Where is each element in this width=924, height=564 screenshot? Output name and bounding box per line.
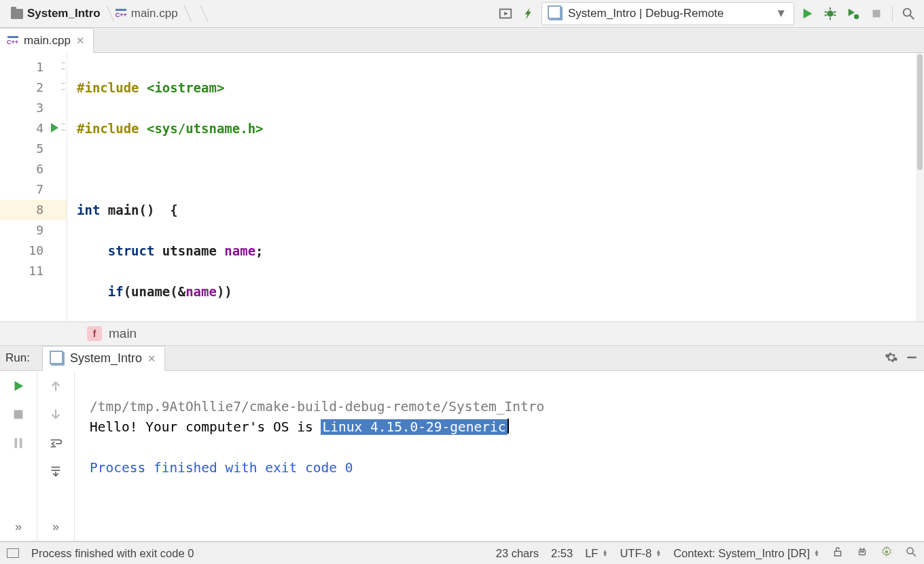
line-number: 8 [36, 202, 43, 217]
svg-marker-1 [504, 12, 508, 16]
code-token: name [185, 284, 217, 299]
debug-button[interactable] [820, 3, 840, 24]
cpp-file-icon: C++ [7, 36, 18, 46]
line-number: 2 [36, 80, 43, 94]
svg-marker-10 [849, 9, 855, 16]
console-line: Process finished with exit code 0 [90, 460, 353, 476]
close-tab-icon[interactable]: ✕ [147, 353, 156, 365]
down-stack-button[interactable] [48, 406, 64, 423]
line-number: 3 [36, 101, 43, 115]
svg-point-30 [863, 551, 864, 552]
code-token: struct [77, 243, 154, 258]
code-token: <iostream> [147, 80, 224, 95]
stop-button[interactable] [866, 3, 887, 24]
status-message: Process finished with exit code 0 [31, 547, 194, 560]
code-area[interactable]: #include <iostream> #include <sys/utsnam… [67, 53, 924, 321]
status-chars: 23 chars [496, 547, 539, 560]
run-gutter-icon[interactable] [51, 123, 58, 133]
line-number: 4 [36, 121, 43, 135]
more-actions[interactable]: » [52, 520, 59, 534]
project-icon [51, 352, 65, 366]
run-config-selector[interactable]: System_Intro | Debug-Remote ▼ [541, 2, 794, 25]
status-caret[interactable]: 2:53 [551, 547, 573, 560]
svg-point-29 [861, 551, 862, 552]
svg-line-6 [825, 12, 828, 12]
line-gutter: 1 2 3 4 5 6 7 8 9 10 11 [0, 53, 67, 321]
status-eol[interactable]: LF▲▼ [585, 547, 607, 560]
crumb-tail [188, 3, 204, 24]
svg-line-14 [910, 16, 914, 20]
search-icon[interactable] [905, 546, 917, 561]
run-with-coverage-button[interactable] [843, 3, 864, 24]
run-tab-label: System_Intro [70, 351, 142, 366]
code-token: (uname(& [124, 284, 186, 299]
code-token: int [77, 202, 100, 217]
run-panel-label: Run: [5, 351, 30, 365]
tab-main-cpp[interactable]: C++ main.cpp ✕ [0, 28, 94, 53]
editor-tabs: C++ main.cpp ✕ [0, 28, 924, 53]
status-encoding[interactable]: UTF-8▲▼ [620, 547, 661, 560]
rerun-button[interactable] [10, 378, 26, 394]
function-breadcrumb[interactable]: f main [0, 321, 924, 346]
scroll-to-end-button[interactable] [48, 463, 64, 480]
build-button[interactable] [518, 3, 539, 24]
line-number: 10 [29, 243, 43, 258]
code-editor[interactable]: 1 2 3 4 5 6 7 8 9 10 11 #include <iostre… [0, 53, 924, 321]
cpp-file-icon: C++ [116, 9, 127, 18]
line-number: 7 [36, 182, 43, 196]
line-number: 6 [36, 162, 43, 176]
run-target-button[interactable] [495, 3, 516, 24]
crumb-file[interactable]: C++ main.cpp [110, 3, 188, 24]
console-selection: Linux 4.15.0-29-generic [321, 419, 507, 435]
line-number: 9 [36, 223, 43, 237]
line-number: 1 [36, 60, 43, 74]
code-token: if [77, 284, 124, 299]
chevron-down-icon: ▼ [775, 7, 787, 20]
svg-point-3 [827, 10, 833, 16]
folder-icon [11, 9, 23, 19]
close-tab-icon[interactable]: ✕ [76, 35, 85, 47]
crumb-project-label: System_Intro [27, 7, 101, 20]
tab-label: main.cpp [24, 34, 71, 48]
tool-window-toggle[interactable] [7, 548, 19, 558]
code-token: name [224, 243, 255, 258]
run-toolbar-left: » [0, 371, 37, 541]
svg-point-13 [904, 9, 911, 16]
search-everywhere-button[interactable] [898, 3, 919, 24]
svg-marker-17 [15, 381, 24, 391]
function-name: main [109, 326, 137, 341]
settings-icon[interactable] [881, 546, 893, 561]
status-context[interactable]: Context: System_Intro [DR]▲▼ [673, 547, 819, 560]
up-stack-button[interactable] [48, 378, 64, 394]
more-actions[interactable]: » [15, 520, 22, 534]
text-cursor [508, 419, 509, 434]
project-icon [549, 7, 563, 20]
code-token: )) [217, 284, 232, 299]
console-output[interactable]: /tmp/tmp.9AtOhllie7/cmake-build-debug-re… [75, 371, 924, 541]
code-token: #include [77, 121, 147, 136]
crumb-project[interactable]: System_Intro [5, 3, 110, 24]
svg-rect-19 [15, 438, 18, 448]
svg-rect-28 [859, 550, 866, 555]
code-token: utsname [154, 243, 224, 258]
ide-avatar-icon[interactable] [856, 546, 868, 561]
run-panel: » » /tmp/tmp.9AtOhllie7/cmake-build-debu… [0, 371, 924, 542]
pause-button[interactable] [10, 435, 26, 451]
run-button[interactable] [797, 3, 817, 24]
editor-scrollbar[interactable] [916, 53, 924, 321]
run-config-label: System_Intro | Debug-Remote [568, 7, 724, 20]
settings-icon[interactable] [885, 351, 898, 366]
breadcrumb: System_Intro C++ main.cpp [5, 0, 204, 27]
toolbar-separator [892, 5, 893, 22]
svg-point-33 [885, 550, 889, 554]
svg-rect-12 [873, 10, 881, 18]
stop-run-button[interactable] [10, 406, 26, 423]
run-tab[interactable]: System_Intro ✕ [42, 346, 165, 371]
lock-icon[interactable] [832, 546, 844, 561]
svg-rect-27 [835, 551, 841, 556]
console-line: /tmp/tmp.9AtOhllie7/cmake-build-debug-re… [90, 399, 544, 415]
minimize-icon[interactable] [905, 351, 919, 366]
status-bar: Process finished with exit code 0 23 cha… [0, 542, 924, 564]
soft-wrap-button[interactable] [48, 435, 64, 451]
svg-line-7 [834, 12, 836, 12]
